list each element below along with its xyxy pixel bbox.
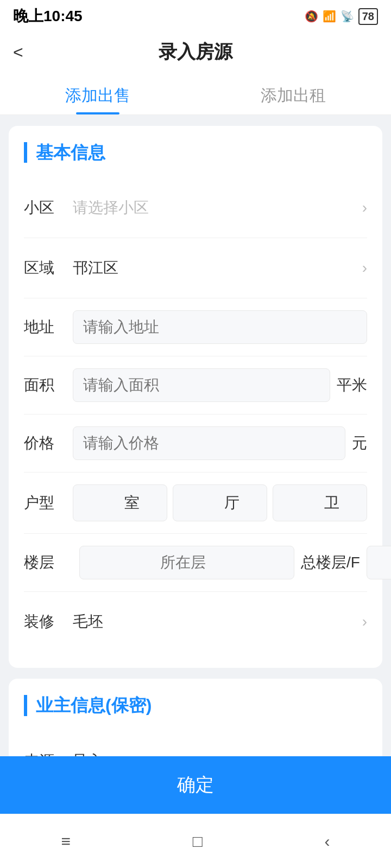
status-icons: 🔕 📶 📡 78 <box>305 8 378 25</box>
price-input[interactable] <box>73 426 345 460</box>
confirm-button[interactable]: 确定 <box>0 756 391 814</box>
district-row: 区域 邗江区 › <box>24 238 367 298</box>
area-input[interactable] <box>73 368 330 402</box>
tab-bar: 添加出售 添加出租 <box>0 74 391 115</box>
house-type-inputs: 室 厅 卫 <box>73 484 367 521</box>
mute-icon: 🔕 <box>305 10 318 23</box>
floor-total-input[interactable] <box>367 546 391 579</box>
district-label: 区域 <box>24 258 73 278</box>
community-label: 小区 <box>24 197 73 218</box>
basic-info-title: 基本信息 <box>24 142 367 163</box>
area-row: 面积 平米 <box>24 356 367 414</box>
district-value: 邗江区 <box>73 250 358 286</box>
price-row: 价格 元 <box>24 414 367 473</box>
bottom-nav-menu[interactable]: ≡ <box>39 827 92 856</box>
room-count-item: 室 <box>73 484 167 521</box>
bottom-nav: ≡ □ ‹ <box>0 814 391 868</box>
community-row: 小区 请选择小区 › <box>24 178 367 238</box>
basic-info-card: 基本信息 小区 请选择小区 › 区域 邗江区 › 地址 面积 <box>9 126 382 668</box>
floor-total-label: 总楼层/F <box>301 552 360 573</box>
address-row: 地址 <box>24 298 367 356</box>
area-unit: 平米 <box>337 375 367 395</box>
house-type-row: 户型 室 厅 卫 <box>24 473 367 534</box>
tab-sale[interactable]: 添加出售 <box>0 74 195 114</box>
back-button[interactable]: < <box>13 42 23 62</box>
nav-bar: < 录入房源 <box>0 30 391 74</box>
hall-count-input[interactable] <box>200 494 222 512</box>
price-label: 价格 <box>24 433 73 454</box>
room-count-input[interactable] <box>100 494 122 512</box>
bottom-nav-back[interactable]: ‹ <box>303 827 352 856</box>
address-input[interactable] <box>73 310 367 344</box>
bathroom-count-item: 卫 <box>273 484 367 521</box>
address-label: 地址 <box>24 317 73 337</box>
community-chevron-icon: › <box>362 199 367 216</box>
decoration-value-wrap[interactable]: 毛坯 › <box>73 604 367 640</box>
price-value-wrap: 元 <box>73 426 367 460</box>
bottom-nav-home[interactable]: □ <box>171 827 224 856</box>
status-time: 晚上10:45 <box>13 6 83 27</box>
status-bar: 晚上10:45 🔕 📶 📡 78 <box>0 0 391 30</box>
hall-count-label: 厅 <box>224 493 239 513</box>
decoration-row: 装修 毛坯 › <box>24 592 367 652</box>
page-content: 基本信息 小区 请选择小区 › 区域 邗江区 › 地址 面积 <box>0 115 391 868</box>
floor-label: 楼层 <box>24 552 73 573</box>
district-value-wrap[interactable]: 邗江区 › <box>73 250 367 286</box>
community-value: 请选择小区 <box>73 190 358 226</box>
hall-count-item: 厅 <box>173 484 267 521</box>
bathroom-count-label: 卫 <box>324 493 339 513</box>
owner-info-title: 业主信息(保密) <box>24 695 367 716</box>
community-value-wrap[interactable]: 请选择小区 › <box>73 190 367 226</box>
floor-row: 楼层 总楼层/F <box>24 534 367 592</box>
tab-rent[interactable]: 添加出租 <box>195 74 391 114</box>
wifi-icon: 📡 <box>340 10 354 23</box>
floor-current-input[interactable] <box>79 546 294 579</box>
decoration-label: 装修 <box>24 611 73 632</box>
decoration-value: 毛坯 <box>73 604 358 640</box>
district-chevron-icon: › <box>362 259 367 277</box>
area-label: 面积 <box>24 375 73 395</box>
page-title: 录入房源 <box>159 40 232 65</box>
bathroom-count-input[interactable] <box>300 494 322 512</box>
decoration-chevron-icon: › <box>362 613 367 630</box>
price-unit: 元 <box>352 433 367 454</box>
battery-indicator: 78 <box>358 8 378 25</box>
signal-icon: 📶 <box>323 10 336 23</box>
house-type-label: 户型 <box>24 493 73 513</box>
room-count-label: 室 <box>124 493 140 513</box>
area-value-wrap: 平米 <box>73 368 367 402</box>
